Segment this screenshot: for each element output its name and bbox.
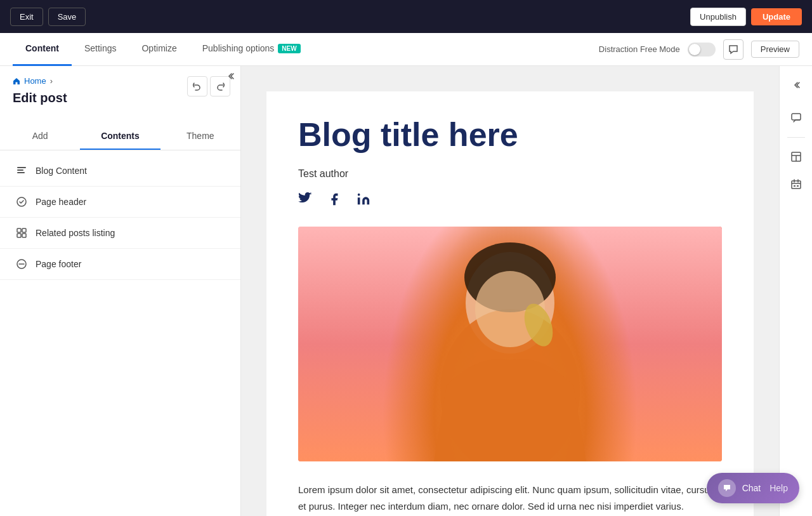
sidebar-collapse-button[interactable] bbox=[225, 71, 235, 81]
left-sidebar: Home › Edit post bbox=[0, 66, 241, 516]
blog-content-label: Blog Content bbox=[36, 166, 87, 176]
page-header-label: Page header bbox=[36, 197, 86, 207]
sidebar-item-page-footer[interactable]: Page footer bbox=[0, 249, 240, 280]
circle-icon bbox=[15, 195, 28, 208]
right-sidebar-collapse-button[interactable] bbox=[785, 74, 808, 96]
text-icon bbox=[15, 164, 28, 177]
facebook-icon[interactable] bbox=[327, 192, 341, 206]
contents-tab-label: Contents bbox=[101, 131, 140, 141]
page-footer-label: Page footer bbox=[36, 259, 81, 269]
chat-button[interactable]: Chat Help bbox=[707, 473, 799, 503]
theme-tab-label: Theme bbox=[187, 131, 214, 141]
sidebar-items: Blog Content Page header bbox=[0, 150, 240, 285]
breadcrumb-chevron: › bbox=[50, 76, 53, 86]
breadcrumb-home-text: Home bbox=[24, 76, 46, 86]
sidebar-header: Home › Edit post bbox=[0, 66, 240, 123]
right-sidebar-divider-1 bbox=[787, 137, 805, 138]
svg-rect-0 bbox=[17, 167, 26, 168]
social-icons bbox=[298, 192, 722, 206]
comment-icon bbox=[790, 112, 802, 124]
chevrons-left-icon bbox=[791, 80, 801, 90]
blog-body-text: Lorem ipsum dolor sit amet, consectetur … bbox=[298, 482, 722, 514]
svg-rect-16 bbox=[792, 114, 801, 120]
blog-author: Test author bbox=[298, 168, 722, 180]
distraction-free-label: Distraction Free Mode bbox=[599, 44, 680, 54]
calendar-icon bbox=[790, 179, 802, 190]
blog-featured-image bbox=[298, 227, 722, 461]
svg-rect-7 bbox=[22, 234, 26, 237]
tab-optimize[interactable]: Optimize bbox=[129, 33, 189, 66]
undo-icon bbox=[193, 82, 202, 91]
svg-rect-6 bbox=[17, 234, 21, 237]
content-tab-add[interactable]: Add bbox=[0, 123, 80, 150]
layout-panel-button[interactable] bbox=[785, 145, 808, 168]
tab-publishing-options-label: Publishing options bbox=[202, 43, 275, 53]
chat-icon bbox=[718, 479, 736, 497]
tabs-left: Content Settings Optimize Publishing opt… bbox=[13, 33, 313, 66]
tab-settings[interactable]: Settings bbox=[72, 33, 129, 66]
preview-button[interactable]: Preview bbox=[751, 41, 799, 58]
linkedin-icon[interactable] bbox=[357, 192, 370, 206]
tab-content[interactable]: Content bbox=[13, 33, 72, 66]
content-tabs: Add Contents Theme bbox=[0, 123, 240, 150]
top-bar-right: Unpublish Update bbox=[690, 8, 802, 26]
content-tab-theme[interactable]: Theme bbox=[160, 123, 240, 150]
svg-rect-5 bbox=[22, 228, 26, 232]
svg-rect-1 bbox=[17, 169, 23, 171]
undo-redo-controls bbox=[187, 76, 230, 96]
tab-optimize-label: Optimize bbox=[141, 43, 176, 53]
svg-rect-4 bbox=[17, 228, 21, 232]
layout-icon bbox=[790, 151, 802, 162]
blog-canvas: Blog title here Test author bbox=[266, 91, 754, 516]
redo-icon bbox=[216, 82, 225, 91]
add-tab-label: Add bbox=[32, 131, 48, 141]
related-posts-label: Related posts listing bbox=[36, 228, 115, 238]
svg-rect-20 bbox=[797, 185, 799, 187]
new-badge: NEW bbox=[278, 44, 300, 53]
distraction-toggle[interactable] bbox=[688, 43, 716, 56]
chat-label: Chat bbox=[742, 483, 761, 493]
svg-rect-2 bbox=[17, 172, 25, 173]
main-layout: Home › Edit post bbox=[0, 66, 812, 516]
footer-circle-icon bbox=[15, 258, 28, 270]
tabs-bar: Content Settings Optimize Publishing opt… bbox=[0, 33, 812, 66]
content-tab-contents[interactable]: Contents bbox=[80, 123, 160, 150]
top-bar: Exit Save Unpublish Update bbox=[0, 0, 812, 33]
content-area: Blog title here Test author bbox=[241, 66, 779, 516]
blog-title: Blog title here bbox=[298, 117, 722, 153]
help-label: Help bbox=[769, 483, 788, 493]
comment-icon-button[interactable] bbox=[723, 39, 743, 60]
tab-settings-label: Settings bbox=[84, 43, 117, 53]
update-button[interactable]: Update bbox=[751, 8, 802, 25]
svg-rect-9 bbox=[358, 197, 360, 204]
undo-button[interactable] bbox=[187, 76, 207, 96]
sidebar-item-blog-content[interactable]: Blog Content bbox=[0, 155, 240, 187]
unpublish-button[interactable]: Unpublish bbox=[690, 8, 746, 26]
save-button[interactable]: Save bbox=[48, 8, 86, 26]
svg-point-10 bbox=[358, 194, 360, 196]
tabs-right: Distraction Free Mode Preview bbox=[599, 39, 799, 60]
sidebar-item-related-posts[interactable]: Related posts listing bbox=[0, 218, 240, 249]
home-icon bbox=[13, 77, 20, 85]
grid-icon bbox=[15, 227, 28, 239]
sidebar-item-page-header[interactable]: Page header bbox=[0, 187, 240, 218]
svg-rect-18 bbox=[792, 181, 801, 189]
tab-content-label: Content bbox=[25, 43, 59, 53]
exit-button[interactable]: Exit bbox=[10, 8, 43, 26]
calendar-panel-button[interactable] bbox=[785, 173, 808, 196]
person-illustration bbox=[383, 227, 637, 461]
right-sidebar bbox=[779, 66, 812, 516]
tab-publishing-options[interactable]: Publishing options NEW bbox=[190, 33, 313, 66]
twitter-icon[interactable] bbox=[298, 192, 312, 206]
svg-rect-19 bbox=[794, 185, 796, 187]
comments-panel-button[interactable] bbox=[785, 107, 808, 129]
top-bar-left: Exit Save bbox=[10, 8, 86, 26]
toggle-knob bbox=[689, 44, 700, 55]
